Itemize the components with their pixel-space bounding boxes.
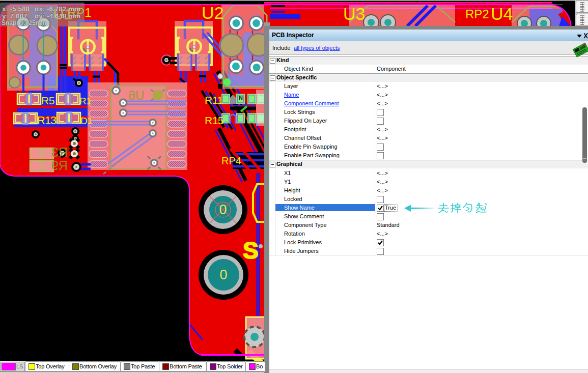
svg-text:N: N xyxy=(239,95,243,101)
svg-text:R3: R3 xyxy=(51,145,68,159)
svg-text:RP2: RP2 xyxy=(465,7,489,21)
svg-text:R9: R9 xyxy=(51,158,68,173)
svg-text:dx: -6.782 mm: dx: -6.782 mm xyxy=(35,5,80,13)
svg-text:S: S xyxy=(243,237,259,264)
svg-text:0: 0 xyxy=(219,202,227,217)
svg-text:y: 7.087: y: 7.087 xyxy=(2,12,27,20)
svg-text:0: 0 xyxy=(219,267,227,282)
svg-text:U6: U6 xyxy=(128,88,145,102)
svg-text:R13: R13 xyxy=(37,114,57,127)
svg-text:U2: U2 xyxy=(202,3,223,22)
svg-text:U3: U3 xyxy=(343,4,365,23)
svg-text:U4: U4 xyxy=(491,4,513,23)
svg-text:RP4: RP4 xyxy=(221,155,241,166)
svg-text:Snap: 0.025mm: Snap: 0.025mm xyxy=(2,19,46,26)
svg-text:R15: R15 xyxy=(205,114,223,126)
svg-text:x: -5.588: x: -5.588 xyxy=(2,5,30,13)
svg-text:R1: R1 xyxy=(79,96,91,106)
svg-text:R5: R5 xyxy=(41,95,54,106)
svg-text:D1: D1 xyxy=(80,116,92,126)
svg-text:dy: -4.648 mm: dy: -4.648 mm xyxy=(35,12,80,20)
svg-text:R11: R11 xyxy=(205,94,222,106)
